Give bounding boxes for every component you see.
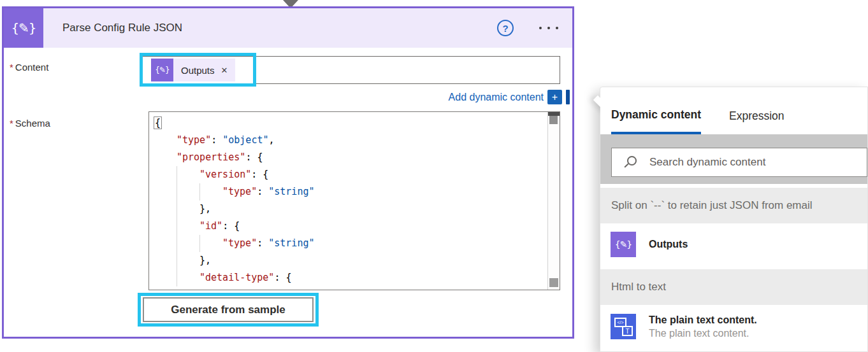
scrollbar-thumb[interactable] <box>549 116 558 124</box>
tab-dynamic-content[interactable]: Dynamic content <box>611 106 701 134</box>
search-strip <box>600 134 867 184</box>
dynamic-content-item[interactable]: {✎}Outputs <box>600 223 867 265</box>
action-card-header[interactable]: {✎} Parse Config Rule JSON ? <box>4 8 572 48</box>
code-line: "version": { <box>154 166 544 183</box>
search-box[interactable] <box>611 148 867 177</box>
section-header: Html to text <box>600 269 867 305</box>
schema-field-label: *Schema <box>10 118 50 129</box>
scrollbar-grip[interactable] <box>549 278 558 287</box>
schema-code-editor[interactable]: {"type": "object","properties": {"versio… <box>148 111 560 290</box>
panel-tabs: Dynamic content Expression <box>600 94 867 134</box>
dynamic-content-panel: Dynamic content Expression Split on `--`… <box>600 87 868 352</box>
parse-json-token-icon: {✎} <box>151 59 173 81</box>
generate-from-sample-button[interactable]: Generate from sample <box>143 297 314 322</box>
code-line: "type": "string" <box>154 183 544 201</box>
search-input[interactable] <box>649 156 867 169</box>
item-title: The plain text content. <box>649 313 757 327</box>
required-marker: * <box>10 118 13 129</box>
required-marker: * <box>10 62 13 73</box>
tab-expression[interactable]: Expression <box>729 106 785 134</box>
code-line: }, <box>154 201 544 218</box>
item-subtitle: The plain text content. <box>649 327 757 341</box>
dynamic-content-item[interactable]: </>TThe plain text content.The plain tex… <box>600 305 867 349</box>
code-line: "type": "string" <box>154 235 544 252</box>
parse-json-glyph: {✎} <box>11 20 36 36</box>
content-field-label: *Content <box>10 62 48 73</box>
code-line: "properties": { <box>154 149 544 166</box>
section-header: Split on `--` to retain just JSON from e… <box>600 188 867 223</box>
help-glyph: ? <box>502 23 508 34</box>
outputs-token[interactable]: {✎} Outputs ✕ <box>151 59 235 81</box>
add-dynamic-content-bar <box>566 90 570 104</box>
code-line: "type": "object", <box>154 132 544 149</box>
search-icon <box>627 156 637 165</box>
add-dynamic-content-link[interactable]: Add dynamic content <box>449 92 544 103</box>
html-to-text-icon: </>T <box>611 314 636 339</box>
item-title: Outputs <box>649 237 688 251</box>
action-card-parse-json: {✎} Parse Config Rule JSON ? *Content {✎… <box>2 6 574 339</box>
code-line: { <box>154 115 544 132</box>
panel-sections: Split on `--` to retain just JSON from e… <box>600 184 867 349</box>
code-line: }, <box>154 252 544 269</box>
editor-scrollbar[interactable] <box>547 112 560 290</box>
parse-json-icon: {✎} <box>611 232 636 257</box>
parse-json-icon: {✎} <box>4 8 43 48</box>
code-line: "detail-type": { <box>154 269 544 286</box>
action-title: Parse Config Rule JSON <box>62 22 182 34</box>
help-icon[interactable]: ? <box>497 20 514 36</box>
remove-token-icon[interactable]: ✕ <box>221 66 228 75</box>
more-menu-icon[interactable] <box>535 23 562 33</box>
token-label: Outputs <box>181 65 215 76</box>
code-line: "id": { <box>154 218 544 235</box>
schema-code: {"type": "object","properties": {"versio… <box>149 112 560 286</box>
add-dynamic-content-plus-icon[interactable]: + <box>547 90 562 104</box>
